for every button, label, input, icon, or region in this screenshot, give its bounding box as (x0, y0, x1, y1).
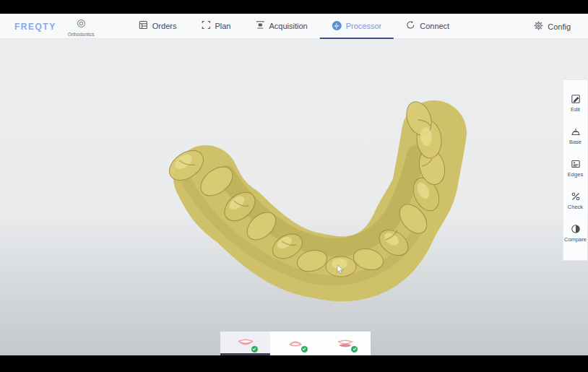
brand: FREQTY Orthodontics (14, 14, 95, 39)
thumbnail-occlusion[interactable] (321, 332, 371, 355)
tab-connect[interactable]: Connect (394, 14, 462, 39)
check-icon (571, 191, 581, 202)
viewport-3d[interactable]: Edit Base Edges Check (0, 39, 588, 355)
brand-subtitle: Orthodontics (68, 32, 95, 37)
tab-acquisition[interactable]: Acquisition (243, 14, 319, 39)
tab-label: Orders (152, 22, 177, 30)
config-button[interactable]: Config (534, 14, 571, 39)
edit-icon (571, 94, 581, 104)
check-badge (251, 346, 258, 352)
tab-label: Processor (346, 22, 382, 30)
plan-icon (201, 20, 210, 31)
tool-label: Edges (568, 171, 583, 178)
dental-model-3d[interactable] (165, 97, 486, 310)
tool-label: Edit (571, 106, 580, 113)
check-badge (301, 346, 308, 352)
letterbox-top (0, 0, 588, 14)
tab-label: Acquisition (269, 22, 307, 30)
tab-processor[interactable]: Processor (320, 14, 394, 39)
occlusion-icon (335, 337, 355, 350)
tool-label: Base (569, 139, 581, 145)
orders-icon (139, 20, 148, 31)
compare-icon (571, 224, 581, 234)
side-toolbar: Edit Base Edges Check (563, 79, 587, 261)
app-window: FREQTY Orthodontics Orders Plan (0, 0, 588, 372)
tab-plan[interactable]: Plan (189, 14, 243, 39)
thumbnail-upper-arch[interactable] (220, 332, 270, 355)
tool-label: Check (568, 204, 583, 210)
letterbox-bottom (0, 355, 588, 372)
processor-icon (332, 21, 342, 30)
tool-edit[interactable]: Edit (563, 87, 587, 120)
tab-label: Plan (215, 22, 230, 30)
lower-arch-icon (285, 337, 306, 350)
base-icon (571, 126, 581, 137)
check-badge (351, 346, 358, 352)
tool-check[interactable]: Check (563, 185, 587, 217)
tool-label: Compare (564, 236, 587, 243)
acquisition-icon (255, 20, 264, 31)
config-label: Config (548, 22, 571, 31)
mouse-cursor (337, 264, 345, 277)
upper-arch-icon (235, 337, 256, 350)
tab-label: Connect (420, 22, 449, 30)
scan-thumbnail-strip (220, 332, 371, 355)
gear-icon (534, 21, 543, 32)
tool-edges[interactable]: Edges (563, 152, 587, 185)
tool-compare[interactable]: Compare (563, 217, 587, 250)
header-bar: FREQTY Orthodontics Orders Plan (0, 14, 588, 39)
app-logo: FREQTY (14, 22, 56, 32)
main-nav: Orders Plan Acquisition Processor (126, 14, 462, 39)
tool-base[interactable]: Base (563, 120, 587, 152)
orthodontics-logo-icon (77, 18, 86, 31)
connect-icon (406, 20, 415, 31)
tab-orders[interactable]: Orders (126, 14, 189, 39)
edges-icon (571, 159, 581, 169)
thumbnail-lower-arch[interactable] (270, 332, 320, 355)
